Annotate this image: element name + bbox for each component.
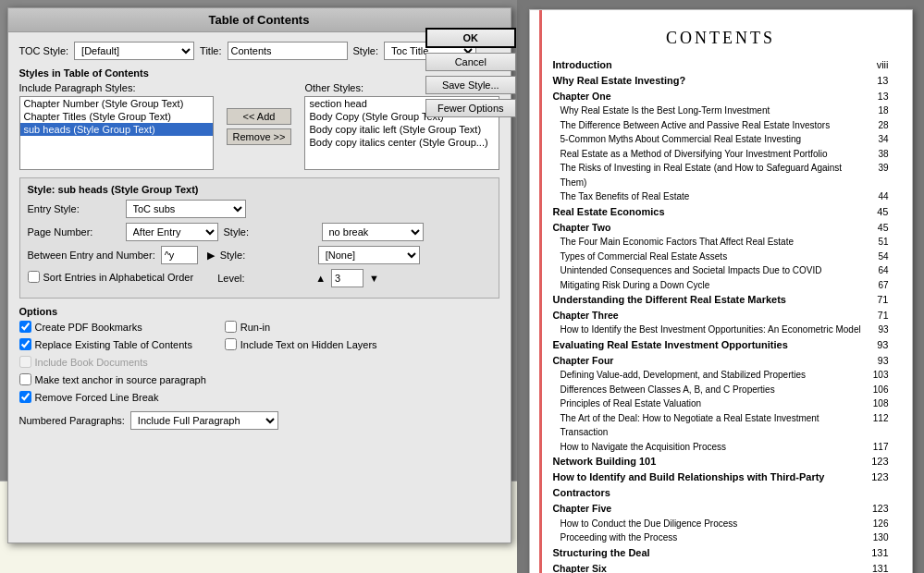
toc-entry-page: 54 <box>866 250 889 264</box>
toc-entry: Chapter Five123 <box>553 501 889 516</box>
level-label: Level: <box>217 273 310 284</box>
sort-checkbox[interactable] <box>28 271 40 283</box>
toc-entry-text: Why Real Estate Investing? <box>553 73 866 89</box>
toc-entry-page: 108 <box>866 396 889 411</box>
entry-style-select[interactable]: ToC subs <box>126 200 246 218</box>
ok-button[interactable]: OK <box>425 28 516 48</box>
toc-entry-page: 34 <box>866 132 889 147</box>
toc-entry-text: Chapter Five <box>553 501 866 516</box>
toc-entry-page: 123 <box>866 454 889 469</box>
toc-entry-page: 106 <box>866 383 889 397</box>
fewer-options-button[interactable]: Fewer Options <box>425 99 516 117</box>
toc-entry-text: Proceeding with the Process <box>553 530 866 545</box>
toc-entry-page: 67 <box>866 278 889 293</box>
toc-entry-page: 123 <box>866 469 889 501</box>
toc-entry-page: 13 <box>866 89 889 104</box>
toc-entry: How to Identify the Best Investment Oppo… <box>553 323 889 337</box>
toc-entry-page: 71 <box>866 292 889 308</box>
toc-entry-page: 71 <box>866 308 889 323</box>
level-down-icon[interactable]: ▼ <box>369 273 379 284</box>
style-no-break-select[interactable]: no break <box>322 223 424 241</box>
style-label: Style: <box>353 45 379 56</box>
toc-entry: The Art of the Deal: How to Negotiate a … <box>553 411 889 440</box>
create-pdf-label: Create PDF Bookmarks <box>35 322 142 333</box>
list-item[interactable]: Body copy italic left (Style Group Text) <box>305 123 498 136</box>
make-anchor-checkbox[interactable] <box>19 373 31 385</box>
toc-entry-text: Types of Commercial Real Estate Assets <box>553 250 866 264</box>
toc-entry-page: 123 <box>866 501 889 516</box>
toc-entry-page: 126 <box>866 517 889 531</box>
toc-entry-text: Chapter Six <box>553 561 866 573</box>
toc-entry: Chapter One13 <box>553 89 889 104</box>
list-item[interactable]: Chapter Number (Style Group Text) <box>20 97 213 110</box>
style-none-select[interactable]: [None] <box>318 246 420 264</box>
between-entry-label: Between Entry and Number: <box>28 250 155 261</box>
toc-entry-text: How to Identify and Build Relationships … <box>553 469 866 501</box>
create-pdf-checkbox[interactable] <box>19 321 31 333</box>
toc-entry-text: The Risks of Investing in Real Estate (a… <box>553 161 866 189</box>
toc-entry-text: Why Real Estate Is the Best Long-Term In… <box>553 104 866 118</box>
include-book-checkbox[interactable] <box>19 356 31 368</box>
toc-entry: The Risks of Investing in Real Estate (a… <box>553 161 889 189</box>
list-item[interactable]: Chapter Titles (Style Group Text) <box>20 110 213 123</box>
para-styles-list[interactable]: Chapter Number (Style Group Text) Chapte… <box>19 96 214 170</box>
toc-entry-text: The Four Main Economic Factors That Affe… <box>553 235 866 250</box>
level-up-icon[interactable]: ▲ <box>315 273 326 284</box>
toc-entry: Proceeding with the Process130 <box>553 530 889 545</box>
toc-entry-page: 112 <box>866 411 889 440</box>
options-title: Options <box>19 306 499 317</box>
numbered-label: Numbered Paragraphs: <box>19 415 125 426</box>
toc-entry-text: Mitigating Risk During a Down Cycle <box>553 278 866 293</box>
title-input[interactable] <box>228 42 348 60</box>
level-input[interactable] <box>331 269 363 287</box>
remove-forced-label: Remove Forced Line Break <box>35 392 159 403</box>
toc-entry: Chapter Two45 <box>553 220 889 235</box>
toc-entry: Real Estate Economics45 <box>553 204 889 220</box>
numbered-select[interactable]: Include Full Paragraph <box>130 411 278 430</box>
remove-button[interactable]: Remove >> <box>227 128 292 145</box>
toc-entry-text: Structuring the Deal <box>553 545 866 561</box>
toc-entry-page: 45 <box>866 204 889 220</box>
toc-entry-page: 18 <box>866 104 889 118</box>
list-item-selected[interactable]: sub heads (Style Group Text) <box>20 123 213 136</box>
entry-style-label: Entry Style: <box>28 203 120 214</box>
page-number-select[interactable]: After Entry <box>126 223 218 241</box>
toc-entry-text: 5-Common Myths About Commercial Real Est… <box>553 132 866 147</box>
toc-entry-page: 44 <box>866 189 889 204</box>
cancel-button[interactable]: Cancel <box>425 53 516 71</box>
toc-entry-text: Evaluating Real Estate Investment Opport… <box>553 337 866 353</box>
toc-entry-page: 117 <box>866 440 889 455</box>
toc-entry: How to Navigate the Acquisition Process1… <box>553 440 889 455</box>
add-button[interactable]: << Add <box>227 108 292 125</box>
toc-entry-text: Understanding the Different Real Estate … <box>553 292 866 308</box>
toc-entry-text: Real Estate as a Method of Diversifying … <box>553 147 866 162</box>
toc-style-select[interactable]: [Default] <box>74 42 194 60</box>
toc-entry: Chapter Four93 <box>553 353 889 368</box>
toc-entry-text: Chapter Four <box>553 353 866 368</box>
page-number-label: Page Number: <box>28 226 120 238</box>
toc-entry: Unintended Consequences and Societal Imp… <box>553 263 889 278</box>
title-label: Title: <box>200 45 221 56</box>
toc-entry: The Tax Benefits of Real Estate44 <box>553 189 889 204</box>
include-hidden-checkbox[interactable] <box>225 338 237 350</box>
include-hidden-label: Include Text on Hidden Layers <box>240 339 377 350</box>
toc-entry-page: 28 <box>866 118 889 133</box>
toc-entry-page: viii <box>866 57 889 73</box>
run-in-checkbox[interactable] <box>225 321 237 333</box>
sort-label: Sort Entries in Alphabetical Order <box>43 272 194 283</box>
toc-entry: Real Estate as a Method of Diversifying … <box>553 147 889 162</box>
save-style-button[interactable]: Save Style... <box>425 76 516 94</box>
toc-entry: How to Identify and Build Relationships … <box>553 469 889 501</box>
run-in-label: Run-in <box>240 322 270 333</box>
list-item[interactable]: Body copy italics center (Style Group...… <box>305 136 498 149</box>
toc-entry-page: 64 <box>866 263 889 278</box>
between-entry-input[interactable] <box>161 246 198 264</box>
toc-entry: The Difference Between Active and Passiv… <box>553 118 889 133</box>
triangle-icon[interactable]: ▶ <box>207 250 215 262</box>
toc-entry-text: The Tax Benefits of Real Estate <box>553 189 866 204</box>
toc-entry-text: How to Identify the Best Investment Oppo… <box>553 323 866 337</box>
remove-forced-checkbox[interactable] <box>19 391 31 403</box>
toc-entry: Network Building 101123 <box>553 454 889 469</box>
toc-entry: Differences Between Classes A, B, and C … <box>553 383 889 397</box>
replace-toc-checkbox[interactable] <box>19 338 31 350</box>
